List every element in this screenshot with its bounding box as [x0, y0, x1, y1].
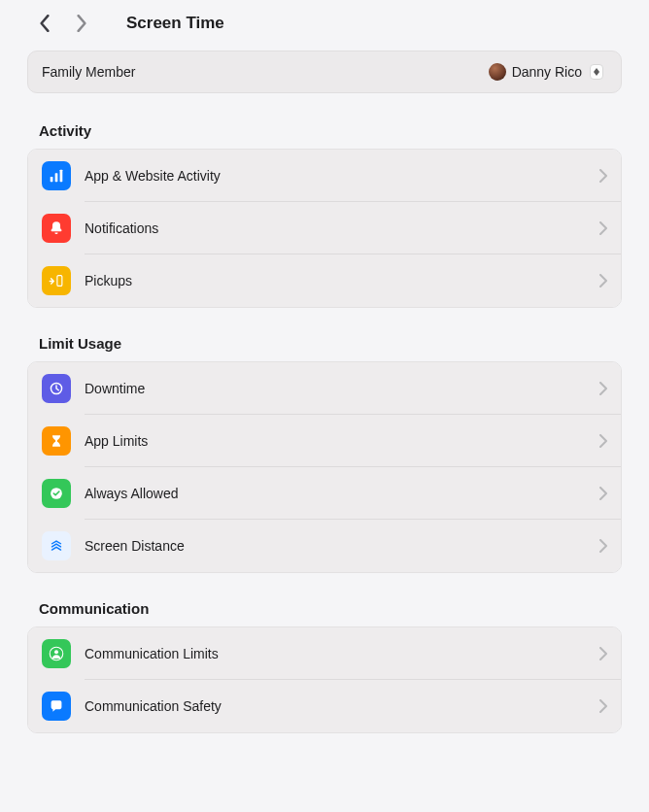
- chevron-right-icon: [599, 274, 607, 288]
- section-heading-communication: Communication: [27, 600, 622, 617]
- chevron-right-icon: [599, 434, 607, 448]
- chevron-right-icon: [599, 699, 607, 713]
- row-always-allowed[interactable]: Always Allowed: [28, 467, 621, 520]
- back-button[interactable]: [33, 12, 56, 35]
- row-label: Notifications: [85, 220, 599, 236]
- svg-rect-2: [51, 177, 53, 182]
- family-member-bar: Family Member Danny Rico: [27, 51, 622, 93]
- section-heading-limit-usage: Limit Usage: [27, 335, 622, 352]
- family-member-name: Danny Rico: [512, 64, 582, 80]
- section-limit-usage: Limit Usage Downtime App Limits: [27, 335, 622, 573]
- forward-button: [70, 12, 93, 35]
- svg-marker-1: [594, 72, 599, 76]
- row-app-limits[interactable]: App Limits: [28, 415, 621, 467]
- section-communication: Communication Communication Limits Commu…: [27, 600, 622, 733]
- pickups-icon: [42, 266, 71, 295]
- row-screen-distance[interactable]: Screen Distance: [28, 520, 621, 572]
- checkmark-shield-icon: [42, 479, 71, 508]
- section-heading-activity: Activity: [27, 122, 622, 139]
- svg-rect-4: [60, 170, 63, 183]
- row-label: Downtime: [85, 381, 599, 396]
- row-label: Screen Distance: [85, 538, 599, 554]
- person-bubble-icon: [42, 639, 71, 668]
- row-communication-safety[interactable]: Communication Safety: [28, 680, 621, 732]
- row-label: Pickups: [85, 273, 599, 288]
- chevron-right-icon: [599, 221, 607, 235]
- row-communication-limits[interactable]: Communication Limits: [28, 627, 621, 680]
- svg-rect-3: [55, 173, 58, 182]
- row-app-website-activity[interactable]: App & Website Activity: [28, 150, 621, 202]
- chevron-right-icon: [599, 539, 607, 553]
- chevron-right-icon: [599, 169, 607, 183]
- svg-point-8: [54, 650, 58, 654]
- avatar-icon: [489, 63, 506, 81]
- family-member-label: Family Member: [42, 64, 135, 80]
- page-title: Screen Time: [126, 14, 224, 33]
- row-pickups[interactable]: Pickups: [28, 254, 621, 307]
- dropdown-arrows-icon: [590, 64, 603, 80]
- row-label: App & Website Activity: [85, 168, 599, 184]
- row-label: App Limits: [85, 433, 599, 449]
- list-group-limit-usage: Downtime App Limits Always Allowed: [27, 361, 622, 573]
- header: Screen Time: [27, 12, 622, 35]
- chevron-right-icon: [599, 487, 607, 500]
- waves-icon: [42, 531, 71, 560]
- family-member-dropdown[interactable]: Danny Rico: [485, 61, 607, 83]
- chevron-right-icon: [599, 382, 607, 395]
- clock-icon: [42, 374, 71, 403]
- chevron-right-icon: [599, 647, 607, 660]
- speech-bubble-icon: [42, 692, 71, 721]
- list-group-communication: Communication Limits Communication Safet…: [27, 626, 622, 733]
- row-label: Communication Safety: [85, 698, 599, 714]
- list-group-activity: App & Website Activity Notifications Pic…: [27, 149, 622, 308]
- chart-icon: [42, 161, 71, 190]
- row-label: Communication Limits: [85, 646, 599, 661]
- section-activity: Activity App & Website Activity Notifica…: [27, 122, 622, 308]
- bell-icon: [42, 214, 71, 243]
- hourglass-icon: [42, 426, 71, 456]
- row-downtime[interactable]: Downtime: [28, 362, 621, 415]
- row-notifications[interactable]: Notifications: [28, 202, 621, 254]
- svg-rect-5: [57, 276, 62, 287]
- row-label: Always Allowed: [85, 486, 599, 501]
